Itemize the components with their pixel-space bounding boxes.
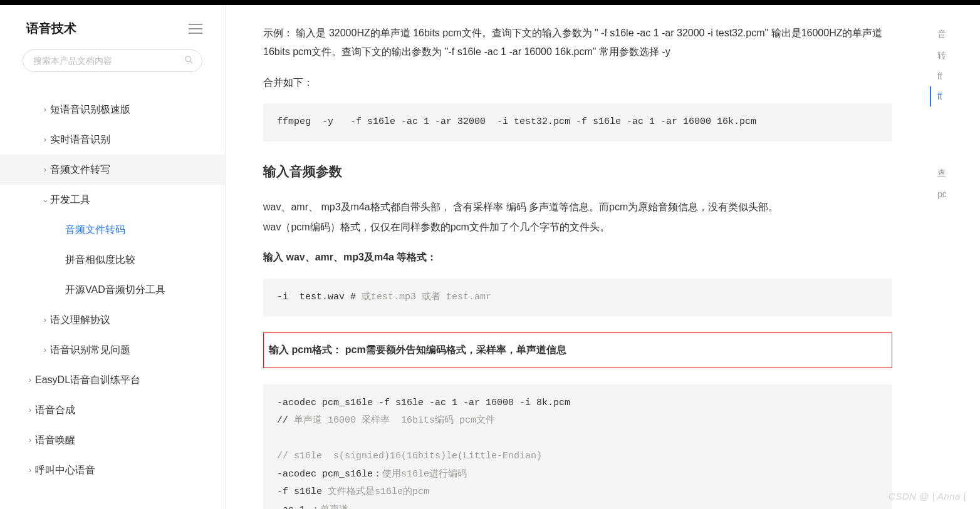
sidebar-item[interactable]: ›语音识别常见问题 bbox=[0, 335, 225, 365]
sidebar-item-label: 语音识别常见问题 bbox=[50, 344, 130, 355]
chevron-icon: ⌄ bbox=[40, 193, 50, 206]
sidebar-item[interactable]: ›语义理解协议 bbox=[0, 305, 225, 335]
chevron-icon: › bbox=[25, 434, 35, 446]
paragraph-merge: 合并如下： bbox=[263, 73, 892, 92]
sidebar-item-label: 呼叫中心语音 bbox=[35, 465, 95, 475]
paragraph-desc1: wav、amr、 mp3及m4a格式都自带头部， 含有采样率 编码 多声道等信息… bbox=[263, 198, 892, 217]
chevron-icon: › bbox=[40, 103, 50, 116]
search-input[interactable] bbox=[23, 49, 202, 72]
sidebar-item-label: 语义理解协议 bbox=[50, 314, 110, 325]
chevron-icon: › bbox=[25, 464, 35, 476]
chevron-icon: › bbox=[40, 344, 50, 356]
hamburger-icon[interactable] bbox=[189, 24, 202, 34]
sidebar-item-label: 短语音识别极速版 bbox=[50, 104, 130, 115]
top-bar bbox=[0, 0, 980, 5]
sidebar-item[interactable]: ›语音合成 bbox=[0, 395, 225, 425]
paragraph-desc2: wav（pcm编码）格式，仅仅在同样参数的pcm文件加了个几个字节的文件头。 bbox=[263, 218, 892, 237]
chevron-icon: › bbox=[25, 404, 35, 416]
sidebar: 语音技术 ›短语音识别极速版›实时语音识别›音频文件转写⌄开发工具音频文件转码拼… bbox=[0, 5, 226, 509]
highlight-pcm-format: 输入 pcm格式： pcm需要额外告知编码格式，采样率，单声道信息 bbox=[263, 332, 892, 368]
sidebar-item-label: 语音唤醒 bbox=[35, 434, 75, 445]
toc-item[interactable]: 音 bbox=[930, 24, 980, 45]
chevron-icon: › bbox=[40, 163, 50, 176]
sidebar-item-label: 音频文件转码 bbox=[65, 224, 125, 235]
main-content: 示例： 输入是 32000HZ的单声道 16bits pcm文件。查询下文的输入… bbox=[226, 5, 930, 509]
toc-item[interactable]: pc bbox=[930, 184, 980, 204]
toc-item[interactable]: 转 bbox=[930, 45, 980, 66]
chevron-icon: › bbox=[40, 133, 50, 146]
svg-point-0 bbox=[185, 56, 191, 62]
sidebar-item-label: 语音合成 bbox=[35, 404, 75, 415]
code-text: ffmpeg -y -f s16le -ac 1 -ar 32000 -i te… bbox=[277, 116, 756, 127]
svg-line-1 bbox=[190, 61, 192, 63]
sidebar-item[interactable]: ›呼叫中心语音 bbox=[0, 455, 225, 485]
sidebar-item[interactable]: ›实时语音识别 bbox=[0, 125, 225, 155]
paragraph-input-formats: 输入 wav、amr、mp3及m4a 等格式： bbox=[263, 248, 892, 267]
sidebar-item[interactable]: ›音频文件转写 bbox=[0, 155, 225, 185]
sidebar-item[interactable]: ›EasyDL语音自训练平台 bbox=[0, 365, 225, 395]
sidebar-item-label: 开发工具 bbox=[50, 194, 90, 205]
paragraph-example: 示例： 输入是 32000HZ的单声道 16bits pcm文件。查询下文的输入… bbox=[263, 24, 892, 62]
sidebar-item-label: 实时语音识别 bbox=[50, 134, 110, 145]
right-toc: 音转ffff查pc bbox=[930, 5, 980, 509]
search-icon[interactable] bbox=[184, 55, 194, 66]
toc-item[interactable]: ff bbox=[930, 66, 980, 86]
code-block-1: ffmpeg -y -f s16le -ac 1 -ar 32000 -i te… bbox=[263, 103, 892, 141]
sidebar-item-label: EasyDL语音自训练平台 bbox=[35, 374, 140, 385]
sidebar-item[interactable]: ›短语音识别极速版 bbox=[0, 95, 225, 125]
sidebar-item-label: 拼音相似度比较 bbox=[65, 254, 135, 265]
chevron-icon: › bbox=[25, 374, 35, 386]
code-block-2: -i test.wav # 或test.mp3 或者 test.amr bbox=[263, 279, 892, 317]
code-block-3: -acodec pcm_s16le -f s16le -ac 1 -ar 160… bbox=[263, 384, 892, 509]
toc-item[interactable]: ff bbox=[930, 86, 980, 106]
sidebar-item-label: 音频文件转写 bbox=[50, 164, 110, 175]
sidebar-item[interactable]: ›语音唤醒 bbox=[0, 425, 225, 455]
toc-item[interactable]: 查 bbox=[930, 163, 980, 184]
sidebar-item[interactable]: ⌄开发工具 bbox=[0, 185, 225, 215]
sidebar-item[interactable]: 音频文件转码 bbox=[0, 215, 225, 245]
sidebar-title: 语音技术 bbox=[26, 20, 76, 37]
sidebar-nav: ›短语音识别极速版›实时语音识别›音频文件转写⌄开发工具音频文件转码拼音相似度比… bbox=[0, 95, 225, 485]
chevron-icon: › bbox=[40, 314, 50, 326]
sidebar-item[interactable]: 开源VAD音频切分工具 bbox=[0, 275, 225, 305]
heading-input-audio: 输入音频参数 bbox=[263, 159, 892, 184]
sidebar-item[interactable]: 拼音相似度比较 bbox=[0, 245, 225, 275]
sidebar-item-label: 开源VAD音频切分工具 bbox=[65, 284, 165, 295]
